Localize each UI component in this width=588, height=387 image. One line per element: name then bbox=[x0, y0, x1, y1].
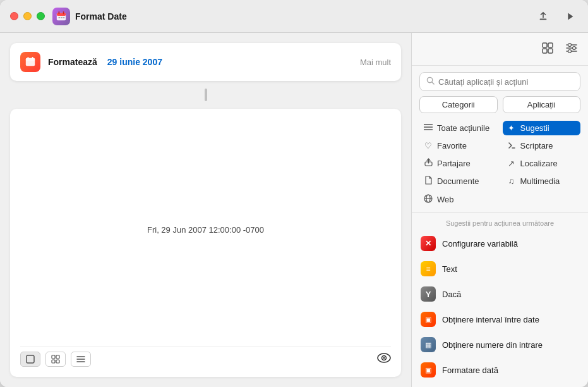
search-input[interactable] bbox=[438, 77, 573, 87]
right-panel: Categorii Aplicații Toate acțiunile bbox=[411, 33, 588, 387]
svg-point-32 bbox=[568, 50, 572, 53]
suggestion-icon-5: ▣ bbox=[421, 362, 436, 378]
category-sugestii-label: Sugestii bbox=[520, 123, 549, 133]
category-scriptare-label: Scriptare bbox=[520, 141, 553, 150]
title-actions bbox=[535, 8, 578, 25]
category-favorite-icon: ♡ bbox=[423, 141, 433, 150]
suggestion-label-5: Formatare dată bbox=[442, 366, 498, 375]
category-web-label: Web bbox=[437, 195, 454, 204]
svg-point-31 bbox=[573, 47, 576, 50]
category-web-icon bbox=[423, 194, 433, 205]
category-documente-label: Documente bbox=[437, 176, 479, 186]
category-documente-icon bbox=[423, 176, 433, 187]
category-sugestii-icon: ✦ bbox=[507, 123, 517, 133]
suggestion-item-5[interactable]: ▣ Formatare dată bbox=[412, 357, 588, 383]
svg-rect-12 bbox=[27, 355, 34, 363]
svg-rect-25 bbox=[543, 49, 547, 53]
category-sugestii[interactable]: ✦ Sugestii bbox=[503, 121, 581, 135]
eye-button[interactable] bbox=[377, 353, 391, 366]
suggestion-label-0: Configurare variabilă bbox=[442, 239, 518, 249]
suggestion-icon-3: ▣ bbox=[421, 312, 436, 327]
category-localizare[interactable]: ↗ Localizare bbox=[503, 156, 581, 171]
suggestions-section: Sugestii pentru acțiunea următoare ✕ Con… bbox=[412, 212, 588, 387]
right-panel-header bbox=[412, 33, 588, 66]
tab-aplicatii[interactable]: Aplicații bbox=[503, 96, 581, 113]
category-partajare-icon bbox=[423, 158, 433, 168]
suggestion-item-3[interactable]: ▣ Obținere interval între date bbox=[412, 307, 588, 332]
suggestion-item-1[interactable]: ≡ Text bbox=[412, 256, 588, 281]
category-multimedia-icon: ♫ bbox=[507, 176, 517, 186]
category-partajare-label: Partajare bbox=[437, 159, 471, 168]
category-scriptare-icon bbox=[507, 140, 517, 150]
output-area: Fri, 29 Jun 2007 12:00:00 -0700 bbox=[10, 109, 401, 377]
upload-button[interactable] bbox=[535, 8, 551, 25]
svg-rect-10 bbox=[28, 57, 29, 59]
window-title: Format Date bbox=[75, 11, 535, 22]
tab-row: Categorii Aplicații bbox=[412, 96, 588, 120]
suggestion-item-6[interactable]: ✕ Adăugare în variabilă bbox=[412, 383, 588, 387]
category-toate-icon bbox=[423, 123, 433, 133]
search-icon bbox=[426, 77, 435, 87]
svg-rect-4 bbox=[59, 16, 61, 18]
action-card-value: 29 iunie 2007 bbox=[107, 57, 162, 67]
svg-rect-3 bbox=[63, 11, 64, 14]
traffic-lights bbox=[10, 12, 45, 20]
play-button[interactable] bbox=[561, 8, 578, 25]
suggestion-label-1: Text bbox=[442, 264, 457, 274]
divider bbox=[10, 89, 401, 101]
svg-point-30 bbox=[568, 44, 572, 47]
suggestion-label-2: Dacă bbox=[442, 290, 461, 299]
maximize-button[interactable] bbox=[37, 12, 45, 20]
title-bar: Format Date bbox=[0, 0, 588, 33]
category-web[interactable]: Web bbox=[419, 192, 498, 207]
category-documente[interactable]: Documente bbox=[419, 173, 498, 189]
settings-button[interactable] bbox=[563, 39, 580, 60]
category-scriptare[interactable]: Scriptare bbox=[503, 138, 581, 153]
search-bar[interactable] bbox=[419, 72, 580, 91]
svg-rect-9 bbox=[26, 58, 35, 61]
category-multimedia[interactable]: ♫ Multimedia bbox=[503, 173, 581, 189]
suggestion-label-3: Obținere interval între date bbox=[442, 315, 539, 324]
svg-rect-26 bbox=[548, 49, 553, 53]
category-toate[interactable]: Toate acțiunile bbox=[419, 121, 498, 135]
suggestions-title: Sugestii pentru acțiunea următoare bbox=[412, 213, 588, 231]
svg-rect-16 bbox=[56, 360, 59, 363]
category-toate-label: Toate acțiunile bbox=[437, 123, 489, 133]
category-partajare[interactable]: Partajare bbox=[419, 156, 498, 171]
svg-line-34 bbox=[432, 82, 434, 84]
tab-categorii[interactable]: Categorii bbox=[419, 96, 498, 113]
category-localizare-icon: ↗ bbox=[507, 159, 517, 168]
close-button[interactable] bbox=[10, 12, 18, 20]
svg-rect-14 bbox=[56, 355, 59, 359]
left-panel: Formatează 29 iunie 2007 Mai mult Fri, 2… bbox=[0, 33, 411, 387]
suggestion-label-4: Obținere numere din intrare bbox=[442, 340, 543, 350]
output-toolbar bbox=[20, 346, 391, 367]
category-favorite-label: Favorite bbox=[437, 141, 467, 150]
category-favorite[interactable]: ♡ Favorite bbox=[419, 138, 498, 153]
library-button[interactable] bbox=[539, 39, 556, 60]
single-view-button[interactable] bbox=[20, 352, 40, 367]
action-card: Formatează 29 iunie 2007 Mai mult bbox=[10, 43, 401, 81]
suggestion-item-0[interactable]: ✕ Configurare variabilă bbox=[412, 231, 588, 256]
svg-rect-11 bbox=[32, 57, 33, 59]
svg-rect-13 bbox=[52, 355, 55, 359]
category-localizare-label: Localizare bbox=[520, 159, 558, 168]
app-icon bbox=[52, 8, 70, 25]
action-card-icon bbox=[20, 52, 40, 72]
svg-rect-24 bbox=[548, 43, 553, 47]
minimize-button[interactable] bbox=[23, 12, 32, 20]
list-view-button[interactable] bbox=[71, 352, 91, 367]
svg-rect-7 bbox=[540, 18, 547, 20]
grid-view-button[interactable] bbox=[45, 352, 66, 367]
svg-rect-5 bbox=[61, 16, 63, 18]
category-multimedia-label: Multimedia bbox=[520, 176, 560, 186]
svg-rect-23 bbox=[543, 43, 547, 47]
main-content: Formatează 29 iunie 2007 Mai mult Fri, 2… bbox=[0, 33, 588, 387]
svg-rect-2 bbox=[59, 11, 60, 14]
suggestion-item-2[interactable]: Y Dacă bbox=[412, 281, 588, 307]
suggestion-item-4[interactable]: ▦ Obținere numere din intrare bbox=[412, 332, 588, 357]
suggestion-icon-1: ≡ bbox=[421, 261, 436, 276]
output-text: Fri, 29 Jun 2007 12:00:00 -0700 bbox=[20, 119, 391, 341]
action-card-more[interactable]: Mai mult bbox=[360, 58, 391, 67]
svg-rect-6 bbox=[63, 16, 65, 18]
